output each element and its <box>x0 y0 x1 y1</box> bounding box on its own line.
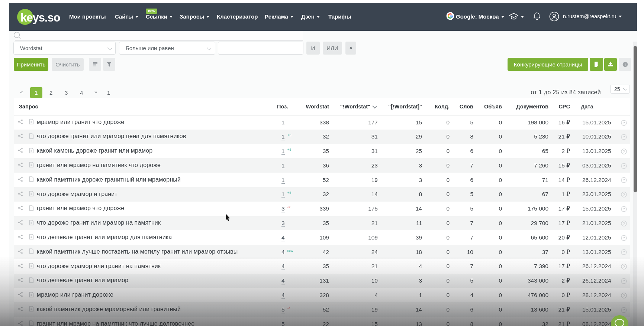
svg-text:?: ? <box>623 164 625 168</box>
svg-text:i: i <box>625 63 626 66</box>
svg-text:?: ? <box>623 279 625 283</box>
svg-text:?: ? <box>623 293 625 297</box>
svg-text:?: ? <box>623 236 625 240</box>
svg-text:?: ? <box>623 135 625 139</box>
svg-text:?: ? <box>623 192 625 196</box>
svg-text:?: ? <box>623 207 625 211</box>
svg-text:?: ? <box>623 178 625 182</box>
svg-text:?: ? <box>623 149 625 153</box>
svg-text:?: ? <box>623 250 625 254</box>
svg-text:?: ? <box>623 264 625 268</box>
svg-text:?: ? <box>623 121 625 125</box>
svg-text:?: ? <box>623 221 625 225</box>
svg-text:?: ? <box>623 308 625 312</box>
